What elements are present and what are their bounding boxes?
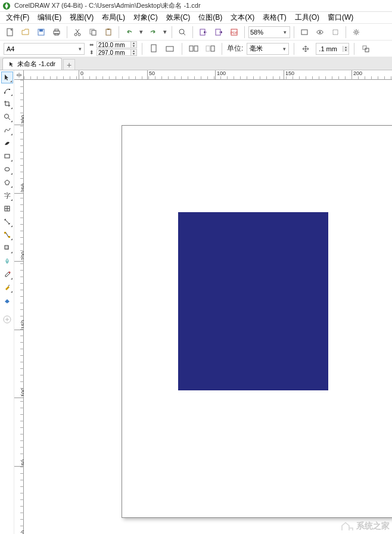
cut-button[interactable] <box>71 26 84 39</box>
svg-rect-32 <box>9 89 10 90</box>
fullscreen-preview-button[interactable] <box>298 26 311 39</box>
svg-point-8 <box>78 33 80 36</box>
horizontal-ruler[interactable]: 050100150200 <box>24 70 392 80</box>
portrait-button[interactable] <box>147 42 160 55</box>
current-page-button[interactable] <box>204 42 217 55</box>
export-button[interactable] <box>212 26 225 39</box>
nudge-distance-input[interactable]: ▴▾ <box>316 43 349 55</box>
menu-edit[interactable]: 编辑(E) <box>34 11 65 24</box>
page-preset-input[interactable] <box>4 45 76 52</box>
svg-rect-38 <box>4 232 6 234</box>
undo-dropdown[interactable]: ▾ <box>138 26 144 39</box>
menu-layout[interactable]: 布局(L) <box>98 11 129 24</box>
menu-tools[interactable]: 工具(O) <box>291 11 323 24</box>
paste-button[interactable] <box>102 26 115 39</box>
eyedropper-tool[interactable] <box>1 268 13 280</box>
undo-button[interactable] <box>123 26 136 39</box>
vertical-ruler[interactable]: 300250200150100500 <box>14 80 24 534</box>
snap-button[interactable] <box>329 26 342 39</box>
document-tab-active[interactable]: 未命名 -1.cdr <box>2 58 62 70</box>
all-pages-button[interactable] <box>187 42 200 55</box>
dropdown-arrow-icon: ▾ <box>281 29 288 35</box>
table-tool[interactable] <box>1 203 13 215</box>
text-tool[interactable]: 字 <box>1 190 13 201</box>
drop-shadow-tool[interactable] <box>1 242 13 254</box>
zoom-tool[interactable] <box>1 111 13 123</box>
page-height-input[interactable]: ▴▾ <box>97 49 137 56</box>
connector-tool[interactable] <box>1 229 13 241</box>
menu-view[interactable]: 视图(V) <box>66 11 97 24</box>
svg-rect-11 <box>106 29 111 35</box>
copy-button[interactable] <box>86 26 99 39</box>
interactive-fill-tool[interactable] <box>1 281 13 293</box>
svg-point-22 <box>355 31 357 33</box>
separator <box>119 26 119 38</box>
svg-rect-27 <box>206 46 210 51</box>
menu-window[interactable]: 窗口(W) <box>324 11 357 24</box>
dimension-tool[interactable] <box>1 216 13 228</box>
ellipse-tool[interactable] <box>1 163 13 175</box>
menu-text[interactable]: 文本(X) <box>227 11 258 24</box>
zoom-input[interactable] <box>250 27 281 37</box>
artistic-media-tool[interactable] <box>1 137 13 149</box>
document-tabs: 未命名 -1.cdr + <box>0 57 392 70</box>
new-button[interactable] <box>4 26 17 39</box>
quick-customize-button[interactable] <box>1 313 13 325</box>
menu-table[interactable]: 表格(T) <box>259 11 290 24</box>
options-button[interactable] <box>350 26 363 39</box>
transparency-tool[interactable] <box>1 255 13 267</box>
svg-rect-23 <box>151 45 156 52</box>
svg-rect-39 <box>8 236 10 238</box>
search-button[interactable] <box>176 26 189 39</box>
height-icon: ⬍ <box>88 49 95 55</box>
separator <box>346 26 346 38</box>
units-value: 毫米 <box>250 44 283 53</box>
polygon-tool[interactable] <box>1 176 13 188</box>
redo-dropdown[interactable]: ▾ <box>162 26 168 39</box>
svg-rect-26 <box>194 46 198 51</box>
property-bar: ▾ ⬌ ▴▾ ⬍ ▴▾ 单位: 毫米 ▾ ▴▾ <box>0 41 392 57</box>
cursor-icon <box>9 61 15 67</box>
freehand-tool[interactable] <box>1 124 13 136</box>
shape-tool[interactable] <box>1 85 13 97</box>
import-button[interactable] <box>197 26 210 39</box>
menu-bitmap[interactable]: 位图(B) <box>195 11 226 24</box>
spin-down[interactable]: ▾ <box>343 49 349 52</box>
menu-file[interactable]: 文件(F) <box>2 11 33 24</box>
duplicate-distance-button[interactable] <box>359 42 372 55</box>
separator <box>182 43 182 55</box>
new-tab-button[interactable]: + <box>63 59 75 70</box>
units-label: 单位: <box>227 44 243 54</box>
menu-object[interactable]: 对象(C) <box>130 11 161 24</box>
save-button[interactable] <box>35 26 48 39</box>
viewport[interactable] <box>24 80 392 534</box>
standard-toolbar: ▾ ▾ PDF ▾ <box>0 24 392 41</box>
ruler-origin[interactable] <box>14 70 24 80</box>
rectangle-tool[interactable] <box>1 150 13 162</box>
menu-effect[interactable]: 效果(C) <box>163 11 194 24</box>
separator <box>354 43 354 55</box>
redo-button[interactable] <box>147 26 160 39</box>
open-button[interactable] <box>19 26 32 39</box>
landscape-button[interactable] <box>164 42 177 55</box>
svg-text:PDF: PDF <box>231 31 238 35</box>
page-width-input[interactable]: ▴▾ <box>97 41 137 48</box>
menu-bar: 文件(F) 编辑(E) 视图(V) 布局(L) 对象(C) 效果(C) 位图(B… <box>0 12 392 24</box>
pick-tool[interactable] <box>1 72 13 83</box>
publish-pdf-button[interactable]: PDF <box>228 26 241 39</box>
separator <box>222 43 222 55</box>
page-preset-dropdown[interactable]: ▾ <box>4 43 85 55</box>
zoom-level-dropdown[interactable]: ▾ <box>248 26 290 38</box>
spin-down[interactable]: ▾ <box>130 52 136 55</box>
smart-fill-tool[interactable] <box>1 294 13 306</box>
drawn-rectangle[interactable] <box>178 212 328 390</box>
spin-down[interactable]: ▾ <box>130 45 136 48</box>
print-button[interactable] <box>50 26 63 39</box>
units-dropdown[interactable]: 毫米 ▾ <box>247 43 289 55</box>
svg-point-35 <box>5 167 10 171</box>
crop-tool[interactable] <box>1 98 13 110</box>
show-hide-button[interactable] <box>313 26 326 39</box>
separator <box>142 43 142 55</box>
svg-rect-3 <box>39 29 43 32</box>
svg-rect-5 <box>55 29 58 31</box>
